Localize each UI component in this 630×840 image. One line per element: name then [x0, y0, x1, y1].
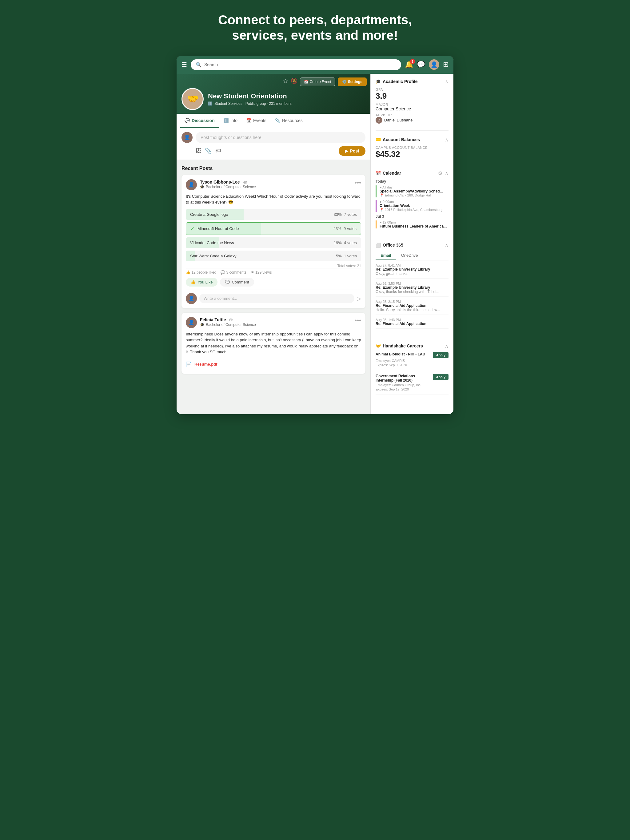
file-attach-icon[interactable]: 📎: [205, 148, 212, 154]
poll-option[interactable]: Star Wars: Code a Galaxy 5% 1 votes: [186, 251, 361, 261]
email-tab[interactable]: Email: [375, 251, 396, 260]
collapse-icon[interactable]: ∧: [445, 171, 448, 176]
academic-profile-widget: 🎓 Academic Profile ∧ GPA 3.9 Major Compu…: [375, 79, 448, 131]
career-expires: Expires: Sep 12, 2020: [375, 387, 448, 391]
nav-icons: 🔔 3 💬 👤 ⊞: [405, 59, 448, 70]
poll-total: Total votes: 21: [186, 264, 361, 268]
collapse-icon[interactable]: ∧: [445, 137, 448, 143]
gpa-row: GPA 3.9: [375, 88, 448, 101]
likes-count: 👍 12 people liked: [186, 270, 216, 275]
post-more-icon[interactable]: •••: [355, 179, 361, 186]
post-actions: 👍 You Like 💬 Comment: [186, 278, 361, 287]
post-card: 👤 Tyson Gibbons-Lee 4h 🎓 Bachelor of Com…: [182, 175, 366, 308]
poll-option[interactable]: Vidcode: Code the News 19% 4 votes: [186, 237, 361, 248]
office365-widget: ⬜ Office 365 ∧ Email OneDrive Aug 27, 8:…: [375, 242, 448, 337]
settings-button[interactable]: ⚙️ Settings: [338, 77, 367, 86]
calendar-event[interactable]: ● 9:00am Orientation Week 📍 1015 Philade…: [375, 200, 448, 212]
search-bar: 🔍: [191, 59, 401, 70]
author-avatar: 👤: [186, 179, 197, 190]
comment-icon: 💬: [225, 280, 230, 284]
collapse-icon[interactable]: ∧: [445, 79, 448, 85]
author-avatar: 👤: [186, 317, 197, 328]
office365-icon: ⬜: [375, 243, 381, 248]
feed: Recent Posts 👤 Tyson Gibbons-Lee 4h 🎓: [177, 162, 370, 382]
tab-discussion[interactable]: 💬 Discussion: [180, 114, 219, 128]
left-panel: ☆ 🔕 📅 Create Event ⚙️ Settings 🤝 New Stu…: [177, 74, 370, 414]
apply-button[interactable]: Apply: [433, 352, 448, 358]
search-icon: 🔍: [196, 62, 202, 68]
tab-resources[interactable]: 📎 Resources: [271, 114, 307, 128]
hamburger-menu-icon[interactable]: ☰: [182, 61, 187, 68]
career-employer: Employer: CAMRIS: [375, 359, 448, 363]
career-row: Animal Biologist - NIH - LAD Apply: [375, 352, 448, 358]
email-item[interactable]: Aug 27, 8:41 AM Re: Example University L…: [375, 264, 448, 279]
advisor-row: Advisor D Daniel Dushane: [375, 113, 448, 123]
messages-button[interactable]: 💬: [417, 61, 425, 69]
post-body: Internship help! Does anyone know of any…: [186, 331, 361, 355]
post-button[interactable]: ▶ Post: [339, 146, 366, 156]
right-panel: 🎓 Academic Profile ∧ GPA 3.9 Major Compu…: [370, 74, 453, 414]
comment-input-row: 👤 Write a comment... ▷: [186, 290, 361, 304]
tag-icon[interactable]: 🏷: [215, 148, 221, 154]
hero-title: Connect to peers, departments, services,…: [207, 12, 423, 43]
tab-events[interactable]: 📅 Events: [242, 114, 271, 128]
email-list: Aug 27, 8:41 AM Re: Example University L…: [375, 264, 448, 329]
email-item[interactable]: Aug 25, 1:43 PM Re: Financial Aid Applic…: [375, 318, 448, 329]
settings-gear-icon: ⚙️: [342, 80, 347, 84]
career-item: Government Relations Internship (Fall 20…: [375, 374, 448, 395]
calendar-icon: 📅: [304, 80, 309, 84]
group-avatar: 🤝: [182, 88, 204, 110]
degree-icon: 🎓: [200, 322, 204, 327]
calendar-settings-icon[interactable]: ⚙: [438, 171, 442, 176]
post-more-icon[interactable]: •••: [355, 317, 361, 324]
collapse-icon[interactable]: ∧: [445, 242, 448, 248]
calendar-event[interactable]: ● All day Special Assembly/Advisory Sche…: [375, 185, 448, 197]
checkmark-icon: ✓: [190, 226, 195, 232]
app-container: ☰ 🔍 🔔 3 💬 👤 ⊞ ☆ 🔕: [177, 56, 453, 414]
resources-icon: 📎: [275, 118, 280, 123]
comment-input[interactable]: Write a comment...: [199, 294, 355, 303]
calendar-event[interactable]: ● 12:00pm Future Business Leaders of Ame…: [375, 221, 448, 229]
widget-title: 💳 Account Balances: [375, 137, 420, 142]
notifications-button[interactable]: 🔔 3: [405, 61, 413, 69]
pdf-icon: 📄: [186, 361, 192, 367]
send-comment-icon[interactable]: ▷: [357, 295, 361, 302]
email-item[interactable]: Aug 26, 3:53 PM Re: Example University L…: [375, 282, 448, 297]
group-name: New Student Orientation: [208, 92, 291, 100]
major-row: Major Computer Science: [375, 103, 448, 111]
poll-option[interactable]: Create a Google logo 33% 7 votes: [186, 209, 361, 220]
image-attach-icon[interactable]: 🖼: [196, 148, 201, 154]
notification-badge: 3: [410, 59, 415, 64]
widget-header: 💳 Account Balances ∧: [375, 137, 448, 143]
widget-title: 🎓 Academic Profile: [375, 79, 418, 84]
thumbs-up-icon: 👍: [191, 280, 196, 284]
post-input-row: 👤 Post thoughts or questions here: [182, 132, 366, 143]
search-input[interactable]: [204, 62, 396, 67]
apply-button[interactable]: Apply: [433, 374, 448, 380]
avatar[interactable]: 👤: [429, 59, 439, 70]
jul3-label: Jul 3: [375, 214, 448, 219]
email-item[interactable]: Aug 25, 2:15 PM Re: Financial Aid Applic…: [375, 300, 448, 315]
comments-count: 💬 3 comments: [220, 270, 246, 275]
post-input[interactable]: Post thoughts or questions here: [196, 132, 366, 143]
info-icon: ℹ️: [208, 101, 212, 106]
career-item: Animal Biologist - NIH - LAD Apply Emplo…: [375, 352, 448, 370]
collapse-icon[interactable]: ∧: [445, 343, 448, 349]
tab-info[interactable]: ℹ️ Info: [219, 114, 242, 128]
mute-icon[interactable]: 🔕: [291, 77, 298, 86]
attachment-row[interactable]: 📄 Resume.pdf: [186, 359, 361, 369]
recent-posts-title: Recent Posts: [182, 166, 366, 171]
onedrive-tab[interactable]: OneDrive: [396, 251, 423, 260]
poll-option[interactable]: ✓ Minecraft Hour of Code 43% 9 votes: [186, 222, 361, 235]
advisor-info: D Daniel Dushane: [375, 117, 448, 123]
main-content: ☆ 🔕 📅 Create Event ⚙️ Settings 🤝 New Stu…: [177, 74, 453, 414]
comment-button[interactable]: 💬 Comment: [220, 278, 254, 287]
views-count: 👁 129 views: [251, 270, 272, 275]
like-button[interactable]: 👍 You Like: [186, 278, 217, 287]
create-event-button[interactable]: 📅 Create Event: [300, 77, 335, 86]
favorite-star-icon[interactable]: ☆: [283, 77, 288, 86]
grid-icon[interactable]: ⊞: [443, 61, 448, 69]
handshake-careers-widget: 🤝 Handshake Careers ∧ Animal Biologist -…: [375, 343, 448, 403]
post-header: 👤 Tyson Gibbons-Lee 4h 🎓 Bachelor of Com…: [186, 179, 361, 190]
post-box: 👤 Post thoughts or questions here 🖼 📎 🏷 …: [177, 128, 370, 162]
